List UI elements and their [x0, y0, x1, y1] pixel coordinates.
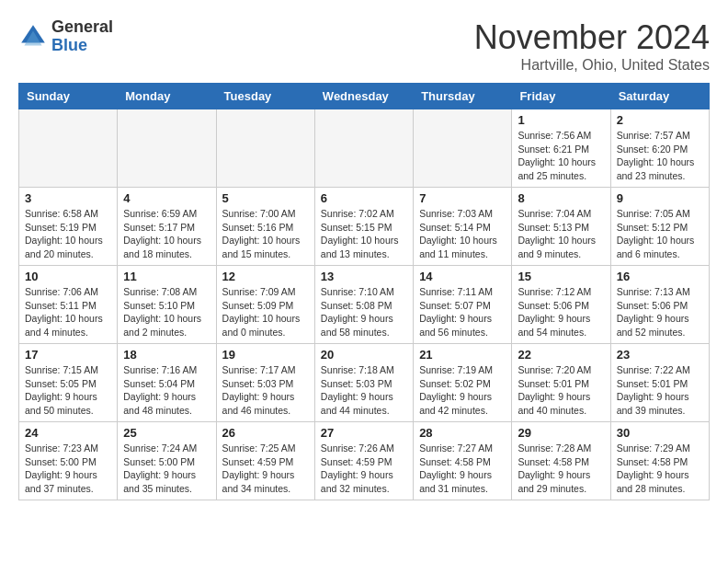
calendar-cell: 3Sunrise: 6:58 AM Sunset: 5:19 PM Daylig…	[19, 188, 118, 266]
day-number: 16	[617, 270, 703, 283]
calendar-cell: 15Sunrise: 7:12 AM Sunset: 5:06 PM Dayli…	[512, 266, 610, 344]
calendar-cell: 25Sunrise: 7:24 AM Sunset: 5:00 PM Dayli…	[118, 422, 216, 500]
day-number: 18	[123, 348, 210, 362]
day-number: 4	[123, 191, 210, 205]
day-number: 17	[25, 348, 111, 362]
day-info: Sunrise: 7:13 AM Sunset: 5:06 PM Dayligh…	[617, 285, 703, 339]
col-header-monday: Monday	[118, 84, 216, 109]
day-info: Sunrise: 6:59 AM Sunset: 5:17 PM Dayligh…	[123, 207, 210, 261]
day-info: Sunrise: 7:29 AM Sunset: 4:58 PM Dayligh…	[617, 442, 703, 496]
day-number: 20	[321, 348, 407, 362]
col-header-friday: Friday	[512, 84, 610, 109]
day-number: 29	[518, 426, 604, 440]
day-info: Sunrise: 7:03 AM Sunset: 5:14 PM Dayligh…	[419, 207, 506, 261]
location: Hartville, Ohio, United States	[474, 57, 710, 74]
day-info: Sunrise: 7:24 AM Sunset: 5:00 PM Dayligh…	[123, 442, 210, 496]
day-number: 10	[25, 270, 111, 283]
day-info: Sunrise: 7:16 AM Sunset: 5:04 PM Dayligh…	[123, 363, 210, 418]
day-number: 25	[123, 426, 210, 440]
col-header-sunday: Sunday	[19, 84, 118, 109]
calendar-cell: 24Sunrise: 7:23 AM Sunset: 5:00 PM Dayli…	[19, 422, 118, 500]
week-row-5: 24Sunrise: 7:23 AM Sunset: 5:00 PM Dayli…	[19, 422, 710, 500]
calendar-cell: 28Sunrise: 7:27 AM Sunset: 4:58 PM Dayli…	[414, 422, 512, 500]
month-title: November 2024	[474, 18, 710, 57]
col-header-tuesday: Tuesday	[216, 84, 314, 109]
calendar-cell: 4Sunrise: 6:59 AM Sunset: 5:17 PM Daylig…	[118, 188, 216, 266]
calendar-cell: 23Sunrise: 7:22 AM Sunset: 5:01 PM Dayli…	[610, 344, 709, 422]
day-info: Sunrise: 7:06 AM Sunset: 5:11 PM Dayligh…	[25, 285, 111, 339]
day-number: 7	[419, 191, 506, 205]
logo-text: General Blue	[51, 18, 113, 55]
day-number: 2	[617, 113, 703, 127]
day-info: Sunrise: 6:58 AM Sunset: 5:19 PM Dayligh…	[25, 207, 111, 261]
day-info: Sunrise: 7:04 AM Sunset: 5:13 PM Dayligh…	[518, 207, 604, 261]
calendar-cell	[414, 109, 512, 188]
day-info: Sunrise: 7:19 AM Sunset: 5:02 PM Dayligh…	[419, 363, 506, 418]
day-number: 22	[518, 348, 604, 362]
day-number: 6	[321, 191, 407, 205]
title-area: November 2024 Hartville, Ohio, United St…	[474, 18, 710, 74]
calendar-cell: 30Sunrise: 7:29 AM Sunset: 4:58 PM Dayli…	[610, 422, 709, 500]
calendar-cell: 17Sunrise: 7:15 AM Sunset: 5:05 PM Dayli…	[19, 344, 118, 422]
calendar-cell: 12Sunrise: 7:09 AM Sunset: 5:09 PM Dayli…	[216, 266, 314, 344]
day-number: 24	[25, 426, 111, 440]
day-info: Sunrise: 7:23 AM Sunset: 5:00 PM Dayligh…	[25, 442, 111, 496]
calendar-table: SundayMondayTuesdayWednesdayThursdayFrid…	[18, 83, 710, 500]
day-info: Sunrise: 7:11 AM Sunset: 5:07 PM Dayligh…	[419, 285, 506, 339]
calendar-cell: 13Sunrise: 7:10 AM Sunset: 5:08 PM Dayli…	[314, 266, 413, 344]
week-row-1: 1Sunrise: 7:56 AM Sunset: 6:21 PM Daylig…	[19, 109, 710, 188]
calendar-cell: 8Sunrise: 7:04 AM Sunset: 5:13 PM Daylig…	[512, 188, 610, 266]
day-info: Sunrise: 7:17 AM Sunset: 5:03 PM Dayligh…	[222, 363, 309, 418]
day-number: 30	[617, 426, 703, 440]
day-info: Sunrise: 7:00 AM Sunset: 5:16 PM Dayligh…	[222, 207, 309, 261]
day-number: 11	[123, 270, 210, 283]
day-number: 15	[518, 270, 604, 283]
day-info: Sunrise: 7:56 AM Sunset: 6:21 PM Dayligh…	[518, 129, 604, 183]
day-info: Sunrise: 7:12 AM Sunset: 5:06 PM Dayligh…	[518, 285, 604, 339]
calendar-cell: 21Sunrise: 7:19 AM Sunset: 5:02 PM Dayli…	[414, 344, 512, 422]
calendar-cell: 20Sunrise: 7:18 AM Sunset: 5:03 PM Dayli…	[314, 344, 413, 422]
calendar-cell: 1Sunrise: 7:56 AM Sunset: 6:21 PM Daylig…	[512, 109, 610, 188]
day-info: Sunrise: 7:28 AM Sunset: 4:58 PM Dayligh…	[518, 442, 604, 496]
day-info: Sunrise: 7:27 AM Sunset: 4:58 PM Dayligh…	[419, 442, 506, 496]
calendar-cell	[19, 109, 118, 188]
day-info: Sunrise: 7:25 AM Sunset: 4:59 PM Dayligh…	[222, 442, 309, 496]
week-row-4: 17Sunrise: 7:15 AM Sunset: 5:05 PM Dayli…	[19, 344, 710, 422]
day-number: 12	[222, 270, 309, 283]
calendar-cell: 11Sunrise: 7:08 AM Sunset: 5:10 PM Dayli…	[118, 266, 216, 344]
day-number: 26	[222, 426, 309, 440]
calendar-cell: 7Sunrise: 7:03 AM Sunset: 5:14 PM Daylig…	[414, 188, 512, 266]
day-info: Sunrise: 7:57 AM Sunset: 6:20 PM Dayligh…	[617, 129, 703, 183]
day-number: 27	[321, 426, 407, 440]
day-number: 14	[419, 270, 506, 283]
calendar-cell: 10Sunrise: 7:06 AM Sunset: 5:11 PM Dayli…	[19, 266, 118, 344]
day-number: 5	[222, 191, 309, 205]
calendar-cell: 2Sunrise: 7:57 AM Sunset: 6:20 PM Daylig…	[610, 109, 709, 188]
calendar-cell	[216, 109, 314, 188]
calendar-cell: 29Sunrise: 7:28 AM Sunset: 4:58 PM Dayli…	[512, 422, 610, 500]
day-info: Sunrise: 7:09 AM Sunset: 5:09 PM Dayligh…	[222, 285, 309, 339]
calendar-cell: 19Sunrise: 7:17 AM Sunset: 5:03 PM Dayli…	[216, 344, 314, 422]
calendar-cell: 16Sunrise: 7:13 AM Sunset: 5:06 PM Dayli…	[610, 266, 709, 344]
day-info: Sunrise: 7:18 AM Sunset: 5:03 PM Dayligh…	[321, 363, 407, 418]
day-number: 13	[321, 270, 407, 283]
calendar-cell: 14Sunrise: 7:11 AM Sunset: 5:07 PM Dayli…	[414, 266, 512, 344]
day-info: Sunrise: 7:08 AM Sunset: 5:10 PM Dayligh…	[123, 285, 210, 339]
logo-icon	[18, 22, 48, 52]
day-info: Sunrise: 7:10 AM Sunset: 5:08 PM Dayligh…	[321, 285, 407, 339]
week-row-3: 10Sunrise: 7:06 AM Sunset: 5:11 PM Dayli…	[19, 266, 710, 344]
day-number: 19	[222, 348, 309, 362]
page-header: General Blue November 2024 Hartville, Oh…	[18, 18, 710, 74]
calendar-cell: 26Sunrise: 7:25 AM Sunset: 4:59 PM Dayli…	[216, 422, 314, 500]
calendar-cell: 22Sunrise: 7:20 AM Sunset: 5:01 PM Dayli…	[512, 344, 610, 422]
day-number: 23	[617, 348, 703, 362]
col-header-saturday: Saturday	[610, 84, 709, 109]
logo: General Blue	[18, 18, 113, 55]
calendar-header-row: SundayMondayTuesdayWednesdayThursdayFrid…	[19, 84, 710, 109]
day-number: 8	[518, 191, 604, 205]
day-number: 9	[617, 191, 703, 205]
col-header-thursday: Thursday	[414, 84, 512, 109]
calendar-cell	[314, 109, 413, 188]
calendar-cell: 27Sunrise: 7:26 AM Sunset: 4:59 PM Dayli…	[314, 422, 413, 500]
calendar-cell: 6Sunrise: 7:02 AM Sunset: 5:15 PM Daylig…	[314, 188, 413, 266]
